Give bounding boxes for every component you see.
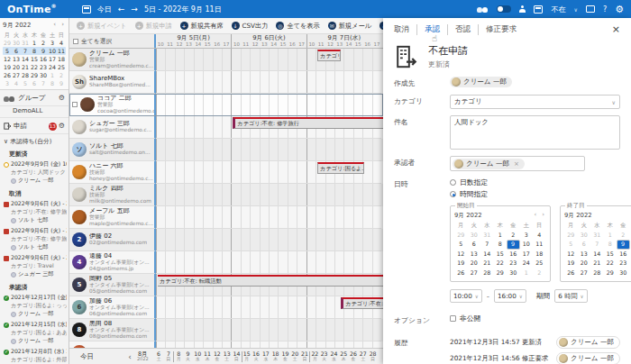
calendar-day[interactable]: 9 bbox=[57, 79, 66, 87]
calendar-day[interactable]: 22 bbox=[494, 259, 508, 268]
calendar-day[interactable]: 29 bbox=[494, 268, 508, 278]
timeline-cell[interactable] bbox=[156, 206, 381, 229]
day-header[interactable]: 9月 6日(火)1011121314151617 bbox=[231, 34, 306, 48]
calendar-day[interactable]: 6 bbox=[12, 47, 21, 55]
calendar-day[interactable]: 31 bbox=[21, 39, 30, 47]
timeline-cell[interactable] bbox=[156, 184, 381, 206]
calendar-day[interactable]: 5 bbox=[21, 79, 30, 87]
user-row[interactable]: 6加藤 06オンタイム事業部(オン...06@ontimedemo.com bbox=[69, 296, 383, 319]
next-arrow-button[interactable]: → bbox=[131, 5, 138, 14]
calendar-day[interactable]: 2 bbox=[533, 268, 546, 278]
calendar-day[interactable]: 16 bbox=[39, 55, 48, 63]
calendar-day[interactable]: 17 bbox=[520, 250, 534, 259]
calendar-day[interactable]: 3 bbox=[3, 79, 12, 87]
scroller-day[interactable]: 19金 bbox=[280, 351, 290, 362]
history-person-chip[interactable]: クリーム 一郎 bbox=[556, 352, 620, 364]
calendar-day[interactable]: 20 bbox=[468, 259, 481, 268]
category-select[interactable]: カテゴリ∨ bbox=[450, 95, 620, 109]
calendar-day[interactable]: 21 bbox=[480, 259, 494, 268]
time-from-select[interactable]: 10:00∨ bbox=[450, 289, 482, 303]
scroller-day[interactable]: 20土 bbox=[290, 351, 300, 362]
presence-calendar-icon[interactable] bbox=[534, 5, 543, 14]
calendar-day[interactable]: 30 bbox=[12, 39, 21, 47]
timeline-cell[interactable] bbox=[156, 49, 381, 71]
radio-time[interactable]: 時間指定 bbox=[450, 189, 631, 199]
display-icon[interactable] bbox=[586, 5, 595, 13]
toolbar-button-plus[interactable]: +新規共有席 bbox=[180, 22, 224, 31]
calendar-day[interactable]: 28 bbox=[21, 71, 30, 79]
approver-input[interactable]: クリーム 一郎× bbox=[450, 156, 585, 171]
calendar-day[interactable]: 13 bbox=[468, 250, 481, 259]
request-list-item[interactable]: 2022年9月6日 (火) - 2022年9...カテゴリ:不在: 修学旅行ソル… bbox=[0, 199, 69, 226]
calendar-day[interactable]: 30 bbox=[468, 231, 481, 241]
scroller-day[interactable]: 8月 bbox=[173, 351, 183, 362]
calendar-day[interactable]: 4 bbox=[533, 231, 546, 241]
action-button[interactable]: 修正要求 bbox=[478, 24, 524, 35]
today-button[interactable]: 今日 bbox=[97, 5, 112, 14]
person-view-icon[interactable] bbox=[519, 5, 526, 13]
scroller-day[interactable]: 25木 bbox=[339, 351, 349, 362]
scroller-back-icon[interactable]: ‹ bbox=[128, 352, 132, 361]
scroller-day[interactable]: 28日 bbox=[368, 351, 378, 362]
calendar-day[interactable]: 11 bbox=[57, 47, 66, 55]
scroller-day[interactable]: 9火 bbox=[183, 351, 193, 362]
calendar-day[interactable]: 10 bbox=[48, 47, 57, 55]
select-all-checkbox[interactable] bbox=[73, 39, 78, 44]
chevron-down-icon[interactable]: ∨ bbox=[573, 6, 577, 13]
calendar-day[interactable]: 21 bbox=[590, 259, 604, 268]
calendar-day[interactable]: 14 bbox=[480, 250, 494, 259]
user-row[interactable]: ShShareMBoxShareMBox@ontimed... bbox=[69, 71, 383, 94]
calendar-day[interactable]: 26 bbox=[454, 268, 468, 278]
calendar-day[interactable]: 26 bbox=[3, 71, 12, 79]
calendar-day[interactable]: 16 bbox=[617, 250, 630, 259]
subject-textarea[interactable]: 人間ドック bbox=[450, 115, 620, 150]
user-row[interactable]: ミルク 四郎技術部milk@ontimedemo.com bbox=[69, 184, 383, 206]
user-row[interactable]: 刈崎 09 bbox=[69, 341, 383, 348]
calendar-day[interactable]: 12 bbox=[564, 250, 578, 259]
calendar-day[interactable]: 5 bbox=[3, 47, 12, 55]
user-row[interactable]: ソソルト 七郎salt@ontimedemo.on... bbox=[69, 139, 383, 161]
row-checkbox[interactable] bbox=[72, 102, 78, 107]
schedule-event[interactable]: カテゴリ:困るよ... bbox=[317, 162, 364, 174]
schedule-event[interactable]: カテゴリ:不在: 修学旅行 bbox=[233, 117, 383, 129]
scroller-day[interactable]: 13土 bbox=[222, 351, 232, 362]
scroller-day[interactable]: 14日 bbox=[232, 351, 242, 362]
action-button[interactable]: 否認 bbox=[447, 24, 478, 35]
calendar-day[interactable]: 6 bbox=[578, 240, 591, 250]
calendar-day[interactable]: 1 bbox=[520, 268, 534, 278]
calendar-day[interactable]: 20 bbox=[578, 259, 591, 268]
calendar-day[interactable]: 5 bbox=[564, 240, 578, 250]
scroller-day[interactable]: 24水 bbox=[329, 351, 339, 362]
user-row[interactable]: 2伊藤 0202@ontimedemo.com bbox=[69, 229, 383, 251]
toolbar-button-eye[interactable]: ◎全てを表示 bbox=[276, 22, 319, 31]
scroller-day[interactable]: 7日 bbox=[163, 351, 173, 362]
calendar-day[interactable]: 29 bbox=[3, 39, 12, 47]
calendar-day[interactable]: 22 bbox=[604, 259, 617, 268]
calendar-day[interactable]: 12 bbox=[3, 55, 12, 63]
calendar-day[interactable]: 1 bbox=[494, 231, 508, 241]
calendar-day[interactable]: 29 bbox=[564, 231, 578, 241]
calendar-day[interactable]: 16 bbox=[507, 250, 520, 259]
calendar-day[interactable]: 14 bbox=[21, 55, 30, 63]
timeline-cell[interactable] bbox=[156, 71, 381, 94]
calendar-day[interactable]: 4 bbox=[57, 39, 66, 47]
calendar-day[interactable]: 2 bbox=[57, 71, 66, 79]
calendar-day[interactable]: 17 bbox=[48, 55, 57, 63]
settings-gear-icon[interactable]: ⚙ bbox=[615, 5, 624, 14]
request-list-item[interactable]: 2022年9月6日 (火) - 2022年9...カテゴリ:不在: 修学旅行ソル… bbox=[0, 226, 69, 253]
calendar-day[interactable]: 5 bbox=[454, 240, 468, 250]
calendar-day[interactable]: 18 bbox=[57, 55, 66, 63]
calendar-day[interactable]: 15 bbox=[494, 250, 508, 259]
scroller-day[interactable]: 26金 bbox=[349, 351, 359, 362]
calendar-day[interactable]: 1 bbox=[30, 39, 39, 47]
timeline-cell[interactable] bbox=[156, 319, 381, 341]
group-item-demoall[interactable]: DemoALL bbox=[0, 106, 69, 118]
timeline-cell[interactable] bbox=[156, 341, 381, 348]
toolbar-button-download[interactable]: ↓CSV出力 bbox=[232, 22, 269, 31]
requests-filter[interactable]: ∨ 承認待ち(自分) bbox=[0, 134, 69, 147]
calendar-day[interactable]: 29 bbox=[604, 268, 617, 278]
calendar-day[interactable]: 7 bbox=[21, 47, 30, 55]
calendar-day[interactable]: 25 bbox=[533, 259, 546, 268]
scroller-day[interactable]: 15月 bbox=[242, 351, 251, 362]
calendar-day[interactable]: 6 bbox=[30, 79, 39, 87]
